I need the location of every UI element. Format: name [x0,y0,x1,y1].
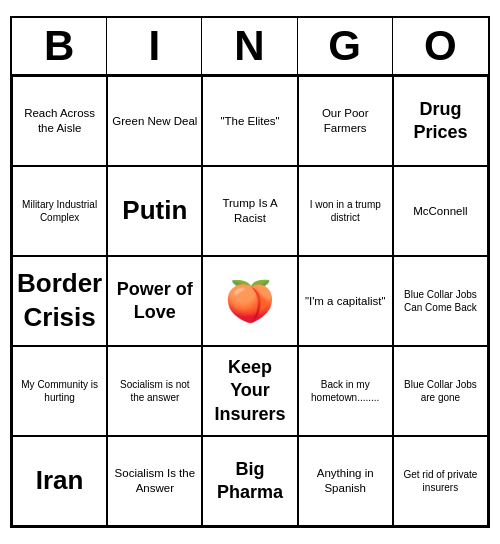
bingo-header: BINGO [12,18,488,76]
bingo-cell: "I'm a capitalist" [298,256,393,346]
bingo-cell: Our Poor Farmers [298,76,393,166]
bingo-cell: Back in my hometown........ [298,346,393,436]
cell-text: Socialism Is the Answer [112,466,197,496]
bingo-cell: Reach Across the Aisle [12,76,107,166]
cell-text: Big Pharma [207,458,292,505]
cell-text: Socialism is not the answer [112,378,197,404]
cell-text: "The Elites" [207,114,292,129]
cell-text: Reach Across the Aisle [17,106,102,136]
bingo-cell: Iran [12,436,107,526]
bingo-cell: Trump Is A Racist [202,166,297,256]
bingo-grid: Reach Across the AisleGreen New Deal"The… [12,76,488,526]
bingo-cell: Putin [107,166,202,256]
bingo-cell: Military Industrial Complex [12,166,107,256]
cell-text: Blue Collar Jobs Can Come Back [398,288,483,314]
bingo-cell: "The Elites" [202,76,297,166]
cell-text: 🍑 [207,275,292,327]
cell-text: Back in my hometown........ [303,378,388,404]
cell-text: Anything in Spanish [303,466,388,496]
bingo-cell: Get rid of private insurers [393,436,488,526]
cell-text: Power of Love [112,278,197,325]
bingo-cell: My Community is hurting [12,346,107,436]
cell-text: Military Industrial Complex [17,198,102,224]
bingo-cell: Green New Deal [107,76,202,166]
bingo-cell: Anything in Spanish [298,436,393,526]
cell-text: I won in a trump district [303,198,388,224]
cell-text: Green New Deal [112,114,197,129]
bingo-cell: Border Crisis [12,256,107,346]
bingo-cell: Drug Prices [393,76,488,166]
header-letter: G [298,18,393,74]
bingo-cell: Socialism is not the answer [107,346,202,436]
header-letter: I [107,18,202,74]
cell-text: Drug Prices [398,98,483,145]
bingo-cell: I won in a trump district [298,166,393,256]
bingo-cell: Big Pharma [202,436,297,526]
header-letter: N [202,18,297,74]
bingo-cell: McConnell [393,166,488,256]
bingo-cell: Blue Collar Jobs are gone [393,346,488,436]
header-letter: B [12,18,107,74]
cell-text: Border Crisis [17,267,102,335]
cell-text: "I'm a capitalist" [303,294,388,309]
cell-text: McConnell [398,204,483,219]
bingo-card: BINGO Reach Across the AisleGreen New De… [10,16,490,528]
bingo-cell: Keep Your Insurers [202,346,297,436]
cell-text: Get rid of private insurers [398,468,483,494]
cell-text: Keep Your Insurers [207,356,292,426]
bingo-cell: 🍑 [202,256,297,346]
cell-text: Iran [17,464,102,498]
cell-text: Trump Is A Racist [207,196,292,226]
cell-text: Our Poor Farmers [303,106,388,136]
cell-text: Blue Collar Jobs are gone [398,378,483,404]
header-letter: O [393,18,488,74]
bingo-cell: Power of Love [107,256,202,346]
cell-text: My Community is hurting [17,378,102,404]
bingo-cell: Socialism Is the Answer [107,436,202,526]
cell-text: Putin [112,194,197,228]
bingo-cell: Blue Collar Jobs Can Come Back [393,256,488,346]
